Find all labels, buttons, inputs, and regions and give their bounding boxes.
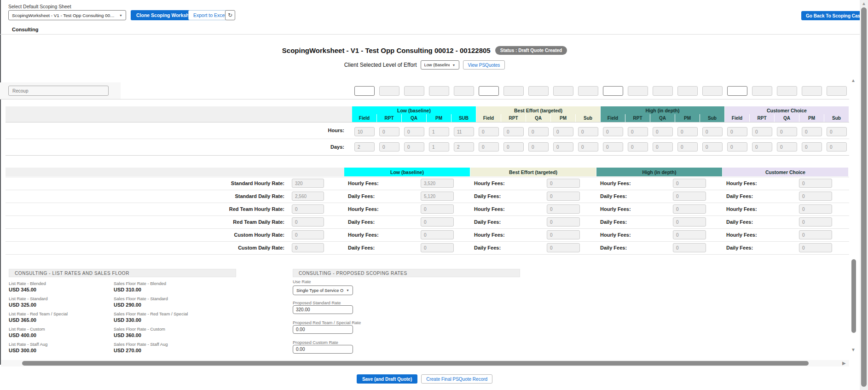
refresh-button[interactable]: ↻ — [225, 10, 235, 20]
fee-input[interactable] — [547, 192, 580, 201]
fee-input[interactable] — [547, 243, 580, 252]
days-input-10[interactable] — [578, 142, 598, 151]
horizontal-scrollbar-thumb[interactable] — [22, 361, 809, 366]
fee-input[interactable] — [799, 179, 832, 188]
fee-input[interactable] — [547, 204, 580, 214]
hours-input-12[interactable] — [628, 127, 648, 136]
fee-input[interactable] — [799, 217, 832, 227]
days-input-8[interactable] — [528, 142, 549, 151]
quick-entry-input-19[interactable] — [802, 86, 822, 96]
quick-entry-input-17[interactable] — [752, 86, 772, 96]
use-rate-select[interactable]: Single Type of Service OR Split Ra... ▼ — [293, 285, 353, 295]
days-input-14[interactable] — [677, 142, 698, 151]
fee-input[interactable] — [673, 230, 706, 239]
days-input-15[interactable] — [702, 142, 723, 151]
days-input-16[interactable] — [727, 142, 747, 151]
days-input-7[interactable] — [503, 142, 524, 151]
inner-scroll-down-arrow-icon[interactable]: ▼ — [851, 348, 856, 352]
days-input-13[interactable] — [653, 142, 673, 151]
worksheet-select[interactable]: ScopingWorksheet - V1 - Test Opp Consult… — [8, 10, 126, 20]
days-input-12[interactable] — [628, 142, 648, 151]
hours-input-20[interactable] — [827, 127, 847, 136]
hours-input-15[interactable] — [702, 127, 723, 136]
quick-entry-input-8[interactable] — [528, 86, 549, 96]
hours-input-8[interactable] — [528, 127, 549, 136]
fee-input[interactable] — [421, 217, 454, 227]
hours-input-5[interactable] — [454, 127, 474, 136]
days-input-11[interactable] — [603, 142, 623, 151]
hours-input-14[interactable] — [677, 127, 698, 136]
rate-input[interactable] — [292, 243, 324, 252]
inner-vertical-scrollbar-thumb[interactable] — [851, 259, 856, 333]
save-draft-quote-button[interactable]: Save (and Draft Quote) — [357, 374, 417, 384]
quick-entry-input-6[interactable] — [479, 86, 499, 96]
proposed-rate-input[interactable] — [293, 325, 353, 334]
hours-input-17[interactable] — [752, 127, 772, 136]
days-input-20[interactable] — [827, 142, 847, 151]
fee-input[interactable] — [799, 230, 832, 239]
fee-input[interactable] — [799, 192, 832, 201]
hours-input-19[interactable] — [802, 127, 822, 136]
fee-input[interactable] — [547, 217, 580, 227]
tab-consulting[interactable]: Consulting — [12, 27, 38, 32]
recoup-input[interactable] — [8, 86, 109, 96]
fee-input[interactable] — [799, 204, 832, 214]
fee-input[interactable] — [547, 179, 580, 188]
fee-input[interactable] — [547, 230, 580, 239]
days-input-4[interactable] — [429, 142, 449, 151]
quick-entry-input-3[interactable] — [404, 86, 424, 96]
fee-input[interactable] — [799, 243, 832, 252]
fee-input[interactable] — [421, 204, 454, 214]
loe-select[interactable]: Low (Baseline) ▼ — [421, 60, 459, 70]
quick-entry-input-5[interactable] — [454, 86, 474, 96]
fee-input[interactable] — [421, 179, 454, 188]
days-input-3[interactable] — [404, 142, 424, 151]
quick-entry-input-14[interactable] — [677, 86, 698, 96]
quick-entry-input-10[interactable] — [578, 86, 598, 96]
create-final-psquote-button[interactable]: Create Final PSQuote Record — [421, 374, 492, 384]
fee-input[interactable] — [421, 192, 454, 201]
days-input-6[interactable] — [479, 142, 499, 151]
days-input-1[interactable] — [354, 142, 375, 151]
inner-scroll-up-arrow-icon[interactable]: ▲ — [851, 78, 856, 83]
days-input-5[interactable] — [454, 142, 474, 151]
hours-input-6[interactable] — [479, 127, 499, 136]
hours-input-11[interactable] — [603, 127, 623, 136]
quick-entry-input-9[interactable] — [553, 86, 573, 96]
days-input-18[interactable] — [777, 142, 797, 151]
quick-entry-input-4[interactable] — [429, 86, 449, 96]
fee-input[interactable] — [673, 243, 706, 252]
fee-input[interactable] — [673, 204, 706, 214]
hours-input-7[interactable] — [503, 127, 524, 136]
browser-scrollbar-thumb[interactable] — [861, 7, 867, 387]
hours-input-16[interactable] — [727, 127, 747, 136]
fee-input[interactable] — [673, 179, 706, 188]
quick-entry-input-13[interactable] — [653, 86, 673, 96]
browser-scroll-up-arrow-icon[interactable]: ▲ — [862, 1, 866, 6]
rate-input[interactable] — [292, 179, 324, 188]
days-input-17[interactable] — [752, 142, 772, 151]
quick-entry-input-11[interactable] — [603, 86, 623, 96]
quick-entry-input-16[interactable] — [727, 86, 747, 96]
view-psquotes-button[interactable]: View PSQuotes — [463, 60, 505, 70]
quick-entry-input-15[interactable] — [702, 86, 723, 96]
rate-input[interactable] — [292, 192, 324, 201]
fee-input[interactable] — [673, 192, 706, 201]
hours-input-4[interactable] — [429, 127, 449, 136]
fee-input[interactable] — [421, 230, 454, 239]
hours-input-2[interactable] — [379, 127, 399, 136]
hours-input-10[interactable] — [578, 127, 598, 136]
quick-entry-input-12[interactable] — [628, 86, 648, 96]
days-input-19[interactable] — [802, 142, 822, 151]
export-to-excel-button[interactable]: Export to Excel — [188, 10, 231, 20]
proposed-rate-input[interactable] — [293, 345, 353, 354]
hours-input-1[interactable] — [354, 127, 375, 136]
rate-input[interactable] — [292, 204, 324, 214]
rate-input[interactable] — [292, 230, 324, 239]
proposed-rate-input[interactable] — [293, 305, 353, 314]
fee-input[interactable] — [421, 243, 454, 252]
quick-entry-input-7[interactable] — [503, 86, 524, 96]
hours-input-9[interactable] — [553, 127, 573, 136]
quick-entry-input-18[interactable] — [777, 86, 797, 96]
hours-input-13[interactable] — [653, 127, 673, 136]
